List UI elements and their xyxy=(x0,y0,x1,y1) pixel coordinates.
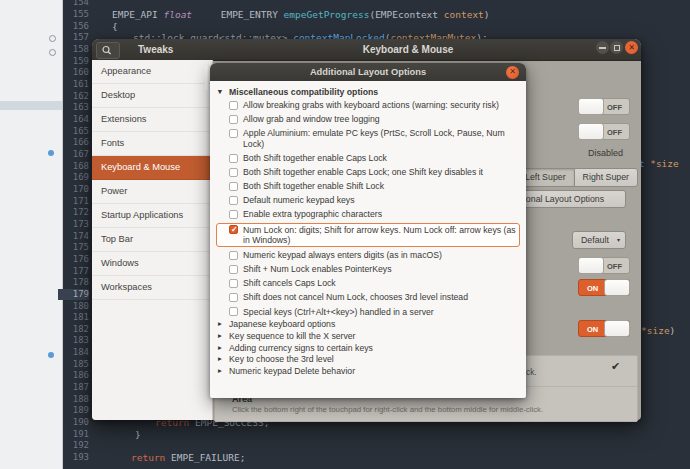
search-button[interactable] xyxy=(96,42,120,59)
option-checkbox[interactable] xyxy=(229,293,238,302)
option-checkbox[interactable] xyxy=(229,225,238,234)
layout-option-row[interactable]: Allow breaking grabs with keyboard actio… xyxy=(216,99,520,113)
option-label: Numeric keypad always enters digits (as … xyxy=(243,250,518,261)
layout-option-row[interactable]: Adding currency signs to certain keys xyxy=(216,342,520,354)
layout-option-row[interactable]: Enable extra typographic characters xyxy=(216,208,520,222)
switch-state-label: OFF xyxy=(607,103,622,112)
layout-option-row[interactable]: Both Shift together enable Shift Lock xyxy=(216,179,520,193)
switch-knob[interactable] xyxy=(604,279,630,296)
option-checkbox[interactable] xyxy=(229,307,238,316)
option-label: Shift + Num Lock enables PointerKeys xyxy=(243,264,518,275)
layout-option-row[interactable]: Key sequence to kill the X server xyxy=(216,331,520,343)
option-checkbox[interactable] xyxy=(229,154,238,163)
sidebar-item-label: Windows xyxy=(101,258,139,268)
sidebar-item[interactable]: Appearance xyxy=(92,60,212,84)
layout-option-row[interactable]: Shift cancels Caps Lock xyxy=(216,277,520,291)
layout-option-row[interactable]: Allow grab and window tree logging xyxy=(216,113,520,127)
toggle-switch[interactable]: OFF xyxy=(578,257,630,274)
layout-option-row[interactable]: Apple Aluminium: emulate PC keys (PrtSc,… xyxy=(216,127,520,152)
option-checkbox[interactable] xyxy=(229,251,238,260)
option-label: Numeric keypad Delete behavior xyxy=(229,366,518,377)
expander-arrow-icon xyxy=(218,366,229,377)
sidebar-item[interactable]: Top Bar xyxy=(92,228,212,252)
sidebar: Appearance Desktop Extensions Fonts Keyb… xyxy=(92,60,213,420)
minimize-button[interactable] xyxy=(596,41,609,54)
switch-knob[interactable] xyxy=(604,320,630,337)
search-icon xyxy=(97,44,117,57)
layout-option-row[interactable]: Key to choose the 3rd level xyxy=(216,354,520,366)
code-token: EMPEcontext xyxy=(375,9,444,20)
sidebar-item[interactable]: Windows xyxy=(92,252,212,276)
sidebar-item[interactable]: Fonts xyxy=(92,132,212,156)
option-checkbox[interactable] xyxy=(229,196,238,205)
option-label: Both Shift together enable Shift Lock xyxy=(243,181,518,192)
switch-knob[interactable] xyxy=(578,123,604,140)
sidebar-scrollbar[interactable] xyxy=(205,66,208,90)
option-label: Num Lock on: digits; Shift for arrow key… xyxy=(243,225,518,246)
option-checkbox[interactable] xyxy=(229,182,238,191)
compose-key-dropdown[interactable]: Default ▾ xyxy=(572,231,626,249)
layout-option-row[interactable]: Shift does not cancel Num Lock, chooses … xyxy=(216,291,520,305)
option-checkbox[interactable] xyxy=(229,129,238,138)
sidebar-item[interactable]: Startup Applications xyxy=(92,204,212,228)
toggle-switch[interactable]: OFF xyxy=(578,98,630,115)
layout-option-row[interactable]: Special keys (Ctrl+Alt+<key>) handled in… xyxy=(216,305,520,319)
option-checkbox[interactable] xyxy=(229,265,238,274)
toggle-switch[interactable]: ON xyxy=(578,320,630,337)
dialog-titlebar[interactable]: Additional Layout Options xyxy=(210,63,526,81)
selected-check-icon: ✔ xyxy=(611,360,620,373)
layout-option-row[interactable]: Numeric keypad always enters digits (as … xyxy=(216,248,520,262)
dialog-title: Additional Layout Options xyxy=(210,67,526,77)
segment-button-label: Right Super xyxy=(583,172,629,182)
tweaks-titlebar[interactable]: Tweaks Keyboard & Mouse xyxy=(92,39,641,61)
option-checkbox[interactable] xyxy=(229,210,238,219)
option-label: Apple Aluminium: emulate PC keys (PrtSc,… xyxy=(243,128,518,149)
sidebar-item-label: Desktop xyxy=(101,90,135,100)
layout-option-row[interactable]: Japanese keyboard options xyxy=(216,319,520,331)
option-label: Japanese keyboard options xyxy=(229,319,518,330)
layout-option-row[interactable]: Both Shift together enable Caps Lock; on… xyxy=(216,165,520,179)
option-checkbox[interactable] xyxy=(229,168,238,177)
code-token: return xyxy=(131,452,171,463)
layout-option-row[interactable]: Numeric keypad Delete behavior xyxy=(216,366,520,378)
layout-option-row[interactable]: Miscellaneous compatibility options xyxy=(216,85,520,99)
code-fragment: *size) xyxy=(641,325,675,336)
option-label: Key to choose the 3rd level xyxy=(229,354,518,365)
segment-button[interactable]: Right Super xyxy=(574,168,638,187)
sidebar-item[interactable]: Extensions xyxy=(92,108,212,132)
app-label: Tweaks xyxy=(138,44,173,55)
layout-option-row[interactable]: Num Lock on: digits; Shift for arrow key… xyxy=(216,223,520,248)
code-token: ) xyxy=(670,325,676,336)
area-option-description: Click the bottom right of the touchpad f… xyxy=(232,405,543,414)
toggle-switch[interactable]: ON xyxy=(578,279,630,296)
expander-arrow-icon xyxy=(218,331,229,342)
option-checkbox[interactable] xyxy=(229,101,238,110)
layout-option-row[interactable]: Both Shift together enable Caps Lock xyxy=(216,151,520,165)
code-token: ) xyxy=(484,9,490,20)
option-checkbox[interactable] xyxy=(229,115,238,124)
layout-option-row[interactable]: Shift + Num Lock enables PointerKeys xyxy=(216,262,520,276)
sidebar-item-label: Startup Applications xyxy=(101,210,183,220)
switch-knob[interactable] xyxy=(578,98,604,115)
close-button[interactable] xyxy=(625,41,638,54)
expander-arrow-icon xyxy=(218,87,229,98)
switch-knob[interactable] xyxy=(578,257,604,274)
maximize-button[interactable] xyxy=(610,41,623,54)
code-token: float xyxy=(163,9,192,20)
layout-option-row[interactable]: Default numeric keypad keys xyxy=(216,194,520,208)
dialog-close-button[interactable] xyxy=(506,66,519,79)
segment-button-label: Left Super xyxy=(525,172,566,182)
option-label: Default numeric keypad keys xyxy=(243,195,518,206)
disabled-value-label: Disabled xyxy=(523,148,623,158)
option-checkbox[interactable] xyxy=(229,279,238,288)
dialog-option-list: Miscellaneous compatibility options Allo… xyxy=(210,81,526,398)
sidebar-item[interactable]: Workspaces xyxy=(92,276,212,300)
option-label: Shift cancels Caps Lock xyxy=(243,278,518,289)
sidebar-item-label: Power xyxy=(101,186,127,196)
sidebar-item[interactable]: Power xyxy=(92,180,212,204)
expander-arrow-icon xyxy=(218,354,229,365)
sidebar-item[interactable]: Keyboard & Mouse xyxy=(92,156,212,180)
toggle-switch[interactable]: OFF xyxy=(578,123,630,140)
switch-state-label: ON xyxy=(587,325,598,334)
sidebar-item[interactable]: Desktop xyxy=(92,84,212,108)
